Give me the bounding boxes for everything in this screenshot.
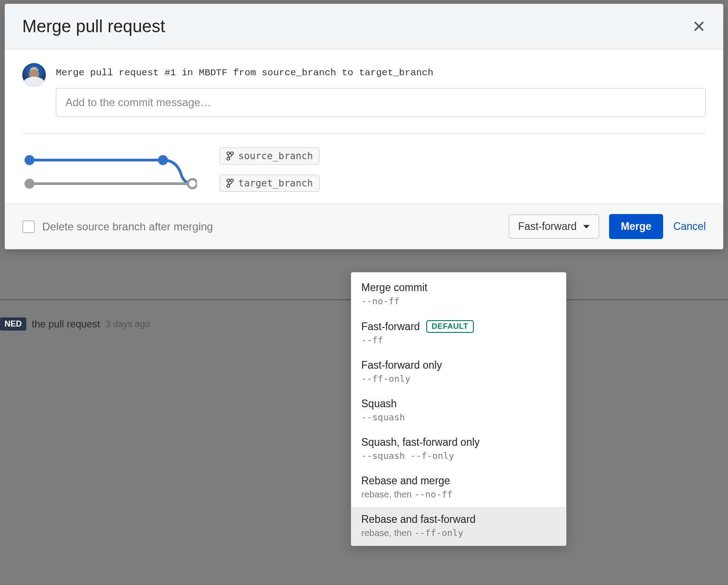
branch-graph-icon (22, 149, 197, 190)
source-branch-label: source_branch (238, 151, 313, 161)
branch-icon (226, 179, 234, 188)
svg-point-9 (227, 179, 230, 182)
svg-point-1 (25, 155, 34, 165)
menu-item-title: Squash (361, 398, 397, 410)
svg-point-6 (227, 152, 230, 155)
merge-strategy-option[interactable]: Merge commit--no-ff (351, 275, 566, 314)
commit-message-text: Merge pull request #1 in MBDTF from sour… (56, 68, 706, 78)
delete-branch-label: Delete source branch after merging (42, 220, 213, 233)
default-badge: DEFAULT (426, 320, 474, 333)
modal-header: Merge pull request ✕ (5, 4, 723, 49)
menu-item-title: Rebase and merge (361, 475, 450, 487)
menu-item-subtitle: --ff (361, 335, 556, 346)
merge-strategy-option[interactable]: Rebase and mergerebase, then --no-ff (351, 468, 566, 507)
chevron-down-icon (583, 225, 590, 229)
menu-item-subtitle: rebase, then --ff-only (361, 527, 556, 538)
merge-strategy-option[interactable]: Squash, fast-forward only--squash --f-on… (351, 430, 566, 468)
svg-point-2 (158, 155, 168, 165)
activity-time: 3 days ago (105, 319, 150, 329)
target-branch-label: target_branch (238, 178, 313, 189)
svg-point-10 (231, 179, 233, 182)
merge-strategy-option[interactable]: Squash--squash (351, 391, 566, 430)
menu-item-title: Fast-forward only (361, 359, 442, 371)
svg-point-5 (188, 179, 197, 188)
avatar (22, 63, 46, 87)
delete-branch-checkbox[interactable] (22, 220, 35, 233)
svg-point-11 (227, 185, 230, 187)
close-icon: ✕ (692, 17, 706, 36)
merge-strategy-option[interactable]: Fast-forward only--ff-only (351, 353, 566, 391)
activity-row: NED the pull request 3 days ago (0, 317, 150, 331)
branch-diagram: source_branch target_branch (22, 147, 706, 192)
cancel-link[interactable]: Cancel (673, 220, 706, 233)
menu-item-subtitle: rebase, then --no-ff (361, 489, 556, 500)
menu-item-title: Fast-forward (361, 321, 420, 333)
divider (22, 133, 706, 134)
merge-button[interactable]: Merge (609, 214, 664, 239)
menu-item-subtitle: --no-ff (361, 296, 556, 307)
menu-item-title: Squash, fast-forward only (361, 436, 480, 448)
close-button[interactable]: ✕ (692, 19, 706, 35)
menu-item-title: Rebase and fast-forward (361, 513, 476, 526)
menu-item-subtitle: --ff-only (361, 373, 556, 384)
menu-item-subtitle: --squash (361, 412, 556, 423)
modal-footer: Delete source branch after merging Fast-… (5, 204, 723, 249)
merge-strategy-menu: Merge commit--no-ffFast-forwardDEFAULT--… (351, 272, 566, 546)
merge-strategy-option[interactable]: Rebase and fast-forwardrebase, then --ff… (351, 507, 566, 546)
svg-point-8 (227, 157, 230, 160)
modal-body: Merge pull request #1 in MBDTF from sour… (5, 49, 723, 204)
merge-strategy-option[interactable]: Fast-forwardDEFAULT--ff (351, 314, 566, 353)
commit-message-input[interactable] (56, 88, 706, 117)
merge-modal: Merge pull request ✕ Merge pull request … (5, 4, 723, 249)
merge-strategy-dropdown[interactable]: Fast-forward (509, 214, 599, 239)
source-branch-chip[interactable]: source_branch (220, 147, 320, 165)
activity-text: the pull request (32, 318, 100, 330)
commit-row: Merge pull request #1 in MBDTF from sour… (22, 63, 706, 117)
svg-point-4 (25, 179, 34, 189)
branch-icon (226, 151, 234, 161)
menu-item-title: Merge commit (361, 282, 428, 294)
merge-strategy-selected: Fast-forward (518, 220, 577, 233)
activity-badge: NED (0, 317, 26, 331)
menu-item-subtitle: --squash --f-only (361, 450, 556, 461)
svg-point-7 (231, 152, 233, 155)
modal-title: Merge pull request (22, 17, 165, 36)
target-branch-chip[interactable]: target_branch (220, 175, 320, 192)
